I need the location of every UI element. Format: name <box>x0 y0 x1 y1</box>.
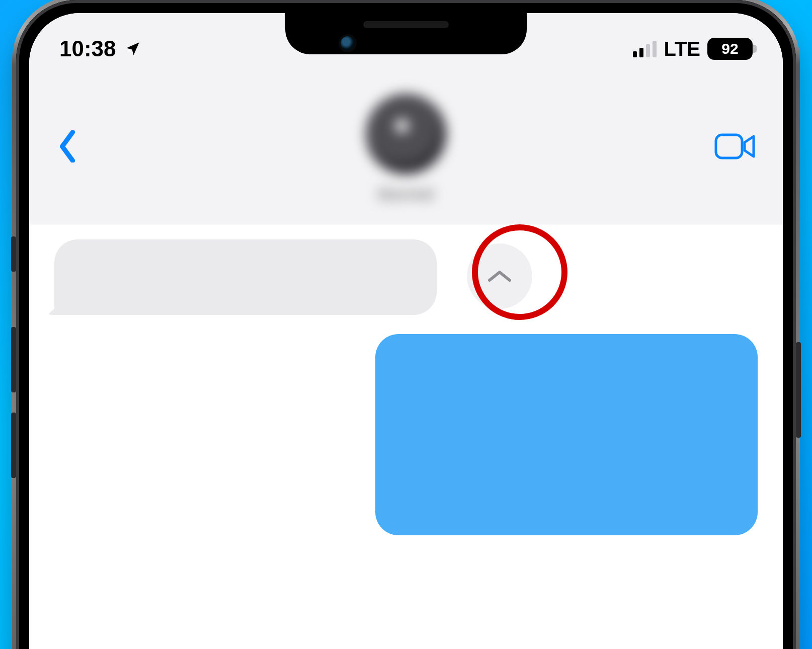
power-button[interactable] <box>796 342 801 438</box>
network-label: LTE <box>664 38 700 60</box>
volume-down-button[interactable] <box>11 413 16 478</box>
battery-indicator: 92 <box>707 38 753 60</box>
svg-rect-0 <box>716 135 742 158</box>
mute-switch[interactable] <box>11 236 16 272</box>
contact-info[interactable]: blurred <box>366 94 446 204</box>
screen: 10:38 LTE 92 <box>29 13 783 649</box>
earpiece <box>363 21 449 28</box>
back-button[interactable] <box>50 129 86 164</box>
scroll-up-button[interactable] <box>467 244 532 309</box>
chevron-up-icon <box>486 268 513 284</box>
location-arrow-icon <box>124 40 141 57</box>
outgoing-message-bubble[interactable] <box>375 334 758 535</box>
phone-frame: 10:38 LTE 92 <box>16 0 796 649</box>
status-time: 10:38 <box>59 36 116 61</box>
front-camera <box>341 36 355 50</box>
incoming-message-bubble[interactable] <box>54 239 437 315</box>
cell-signal-icon <box>633 40 657 57</box>
facetime-button[interactable] <box>711 129 760 164</box>
conversation-view[interactable] <box>29 224 783 649</box>
contact-name: blurred <box>378 184 433 204</box>
volume-up-button[interactable] <box>11 327 16 392</box>
battery-percent: 92 <box>721 40 738 57</box>
video-camera-icon <box>714 132 757 160</box>
notch <box>285 13 527 54</box>
avatar <box>366 94 446 174</box>
chevron-left-icon <box>58 130 77 163</box>
conversation-header: blurred <box>29 73 783 224</box>
